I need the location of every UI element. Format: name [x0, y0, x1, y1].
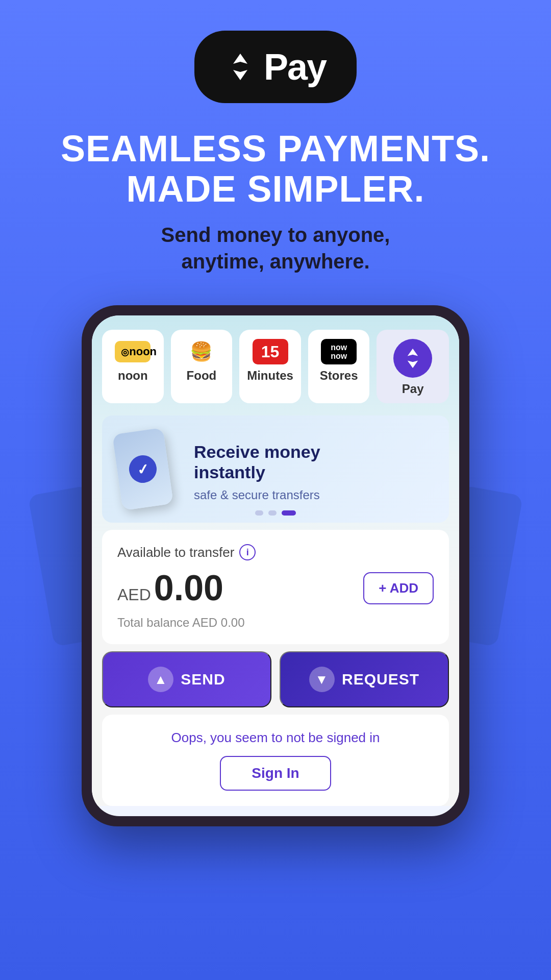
headline-line1: SEAMLESS PAYMENTS.	[61, 129, 490, 169]
headline-line2: MADE SIMPLER.	[61, 169, 490, 209]
min15-box: 15	[253, 339, 288, 364]
banner-phone-img: ✓	[117, 431, 184, 512]
headline: SEAMLESS PAYMENTS. MADE SIMPLER.	[61, 129, 490, 209]
svg-marker-1	[233, 70, 247, 80]
svg-marker-0	[233, 54, 247, 64]
nownow-box: nownow	[321, 339, 357, 364]
balance-row: AED 0.00 + ADD	[117, 568, 434, 608]
banner-title: Receive moneyinstantly	[194, 442, 320, 483]
amount-value: 0.00	[154, 568, 223, 608]
balance-amount: AED 0.00	[117, 568, 223, 608]
svg-marker-3	[408, 361, 418, 369]
app-tabs: ◎noon noon 🍔 Food	[92, 315, 459, 408]
tab-minutes[interactable]: 15 Minutes	[239, 330, 301, 403]
add-button[interactable]: + ADD	[363, 572, 434, 604]
phone-screen: ◎noon noon 🍔 Food	[92, 315, 459, 816]
total-balance: Total balance AED 0.00	[117, 616, 434, 630]
logo-container: Pay	[194, 31, 357, 103]
tab-pay-label: Pay	[402, 382, 424, 396]
logo-text: Pay	[264, 46, 326, 88]
checkmark-circle: ✓	[128, 454, 159, 485]
svg-marker-2	[408, 349, 418, 356]
phone-frame: ◎noon noon 🍔 Food	[82, 305, 469, 826]
pay-svg-icon	[402, 347, 424, 370]
tab-stores-label: Stores	[320, 369, 358, 383]
request-icon: ▼	[309, 667, 335, 692]
request-label: REQUEST	[342, 671, 419, 688]
signin-section: Oops, you seem to not be signed in Sign …	[102, 715, 449, 806]
stores-icon: nownow	[321, 339, 357, 364]
tab-stores[interactable]: nownow Stores	[308, 330, 370, 403]
dot-1	[255, 510, 263, 516]
tab-noon[interactable]: ◎noon noon	[102, 330, 164, 403]
mini-phone: ✓	[112, 428, 173, 510]
pay-logo-icon	[225, 52, 256, 82]
dot-2	[268, 510, 277, 516]
balance-section: Available to transfer i AED 0.00 + ADD T…	[102, 530, 449, 644]
request-button[interactable]: ▼ REQUEST	[280, 651, 449, 707]
send-label: SEND	[181, 671, 225, 688]
food-icon: 🍔	[184, 339, 219, 364]
noon-box: ◎noon	[115, 341, 151, 362]
info-icon[interactable]: i	[239, 544, 256, 560]
action-buttons: ▲ SEND ▼ REQUEST	[102, 651, 449, 707]
banner-section: ✓ Receive moneyinstantly safe & secure t…	[102, 415, 449, 523]
send-icon: ▲	[148, 667, 173, 692]
minutes-icon: 15	[253, 339, 288, 364]
phone-wrapper: ◎noon noon 🍔 Food	[56, 305, 495, 826]
available-label-text: Available to transfer	[117, 545, 234, 560]
banner-subtitle: safe & secure transfers	[194, 488, 320, 502]
page-wrapper: Pay SEAMLESS PAYMENTS. MADE SIMPLER. Sen…	[0, 0, 551, 980]
currency-label: AED	[117, 585, 151, 604]
banner-dots	[255, 510, 296, 516]
tab-food-label: Food	[187, 369, 217, 383]
noon-icon: ◎noon	[115, 339, 151, 364]
dot-3-active	[282, 510, 296, 516]
pay-circle-icon	[393, 339, 432, 378]
tab-minutes-label: Minutes	[247, 369, 293, 383]
tab-pay[interactable]: Pay	[377, 330, 449, 403]
signin-button[interactable]: Sign In	[220, 756, 331, 791]
subheadline: Send money to anyone,anytime, anywhere.	[161, 222, 390, 275]
signin-message: Oops, you seem to not be signed in	[171, 730, 380, 746]
send-button[interactable]: ▲ SEND	[102, 651, 271, 707]
phone-inner: ◎noon noon 🍔 Food	[92, 315, 459, 806]
tab-food[interactable]: 🍔 Food	[171, 330, 233, 403]
banner-text: Receive moneyinstantly safe & secure tra…	[194, 442, 320, 503]
available-label-row: Available to transfer i	[117, 544, 434, 560]
tab-noon-label: noon	[118, 369, 148, 383]
